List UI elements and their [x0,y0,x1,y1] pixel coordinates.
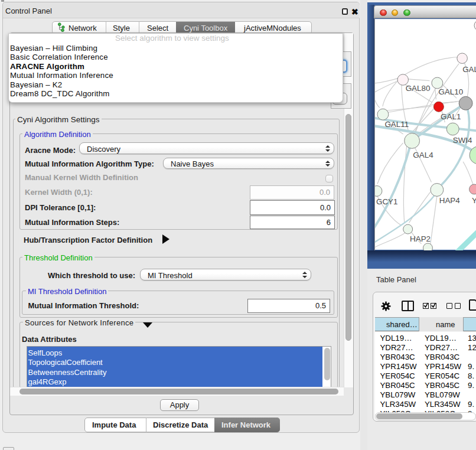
svg-text:HAP4: HAP4 [439,196,461,205]
svg-text:SWI4: SWI4 [453,136,472,145]
svg-text:GAL10: GAL10 [438,87,463,96]
svg-text:Y: Y [472,196,476,205]
svg-text:GAL4: GAL4 [413,151,433,159]
svg-text:GAL80: GAL80 [406,84,431,93]
svg-text:HAP2: HAP2 [410,234,431,243]
svg-text:GCY1: GCY1 [376,197,398,206]
svg-text:GAL7: GAL7 [462,65,476,74]
svg-text:GAL11: GAL11 [384,120,409,129]
svg-text:GAL1: GAL1 [441,112,461,121]
